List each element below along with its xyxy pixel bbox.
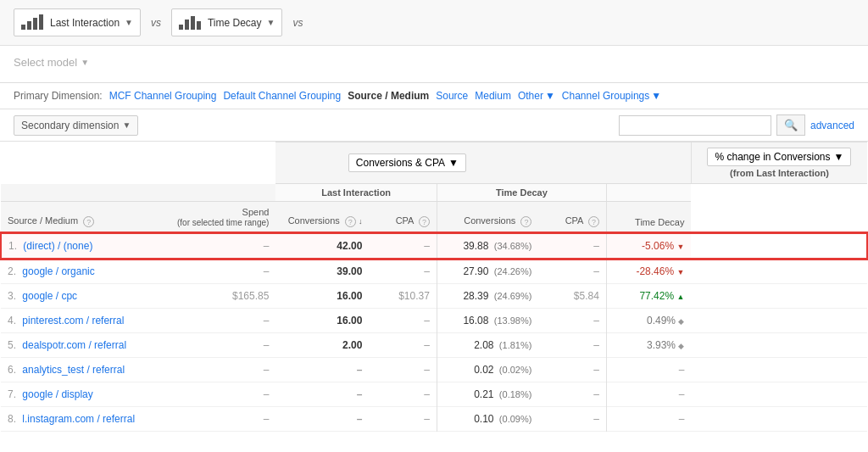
time-decay-group-header: Time Decay	[437, 184, 606, 202]
source-link[interactable]: Source	[436, 90, 468, 102]
spend-cell: –	[170, 309, 275, 333]
secondary-dimension-selector[interactable]: Secondary dimension ▼	[14, 115, 138, 136]
channel-groupings-dropdown[interactable]: Channel Groupings ▼	[562, 90, 661, 102]
row-rank: 1.	[8, 240, 17, 252]
li-cpa-cell: –	[369, 333, 437, 358]
li-cpa-cell: –	[369, 259, 437, 284]
medium-link[interactable]: Medium	[475, 90, 511, 102]
td-conversions-cell: 39.88 (34.68%)	[437, 233, 538, 259]
primary-dim-label: Primary Dimension:	[14, 90, 103, 102]
table-row: 8. l.instagram.com / referral – – – 0.10…	[1, 407, 867, 432]
row-rank: 7.	[8, 388, 16, 400]
model2-label: Time Decay	[208, 17, 262, 29]
search-input[interactable]	[619, 115, 771, 136]
search-area: 🔍 advanced	[619, 114, 854, 136]
td-conversions-cell: 0.10 (0.09%)	[437, 407, 538, 432]
svg-rect-6	[191, 16, 195, 30]
select-model-arrow: ▼	[81, 58, 89, 67]
group-header-row: Last Interaction Time Decay	[1, 184, 867, 202]
li-cpa-cell: –	[369, 309, 437, 333]
svg-rect-0	[21, 25, 25, 30]
model2-selector[interactable]: Time Decay ▼	[171, 8, 282, 36]
model1-icon	[21, 13, 45, 32]
timedecay-cell: 0.49% ◆	[606, 309, 691, 333]
other-dropdown[interactable]: Other ▼	[518, 90, 555, 102]
li-cpa-cell: –	[369, 358, 437, 382]
li-conversions-help-icon[interactable]: ?	[345, 216, 356, 227]
spend-cell: –	[170, 407, 275, 432]
td-pct: (0.02%)	[499, 365, 532, 375]
select-model-label: Select model	[14, 56, 77, 69]
model2-icon	[179, 13, 203, 32]
data-table-container: Conversions & CPA ▼ % change in Conversi…	[0, 142, 868, 432]
td-cpa-cell: $5.84	[538, 284, 606, 309]
li-cpa-cell: –	[369, 382, 437, 407]
row-rank: 8.	[8, 413, 16, 425]
td-cpa-cell: –	[538, 309, 606, 333]
li-conversions-cell: 16.00	[275, 284, 369, 309]
li-cpa-help-icon[interactable]: ?	[419, 216, 430, 227]
timedecay-cell: -5.06% ▼	[606, 233, 691, 259]
timedecay-cell: –	[606, 382, 691, 407]
li-cpa-cell: –	[369, 233, 437, 259]
td-pct: (34.68%)	[494, 241, 532, 251]
secondary-dim-label: Secondary dimension	[21, 120, 119, 131]
source-medium-cell: 4. pinterest.com / referral	[1, 309, 170, 333]
td-conversions-cell: 27.90 (24.26%)	[437, 259, 538, 284]
li-conversions-cell: 2.00	[275, 333, 369, 358]
data-table: Conversions & CPA ▼ % change in Conversi…	[0, 142, 868, 432]
spend-cell: –	[170, 333, 275, 358]
model1-dropdown-arrow: ▼	[125, 18, 133, 27]
mcf-channel-grouping-link[interactable]: MCF Channel Grouping	[109, 90, 217, 102]
table-row: 7. google / display – – – 0.21 (0.18%) –…	[1, 382, 867, 407]
pct-change-label: % change in Conversions	[715, 151, 830, 163]
column-headers-row: Source / Medium ? Spend (for selected ti…	[1, 202, 867, 234]
svg-rect-4	[179, 25, 183, 30]
td-conversions-help-icon[interactable]: ?	[520, 216, 531, 227]
from-label: (from Last Interaction)	[730, 168, 829, 178]
pct-change-button[interactable]: % change in Conversions ▼	[707, 148, 851, 166]
row-rank: 6.	[8, 364, 16, 376]
source-medium-cell: 2. google / organic	[1, 259, 170, 284]
li-conversions-cell: 16.00	[275, 309, 369, 333]
svg-rect-1	[27, 21, 31, 30]
source-medium-link[interactable]: google / cpc	[22, 290, 77, 302]
last-interaction-group-header: Last Interaction	[275, 184, 437, 202]
row-rank: 4.	[8, 315, 16, 326]
source-medium-cell: 7. google / display	[1, 382, 170, 407]
li-cpa-cell: –	[369, 407, 437, 432]
row-rank: 2.	[8, 265, 16, 277]
source-medium-help-icon[interactable]: ?	[83, 216, 94, 227]
li-conversions-sort[interactable]: ↓	[359, 217, 363, 226]
td-cpa-cell: –	[538, 358, 606, 382]
model2-dropdown-arrow: ▼	[267, 18, 275, 27]
timedecay-cell: –	[606, 358, 691, 382]
td-pct: (1.81%)	[499, 340, 532, 350]
source-medium-link[interactable]: (direct) / (none)	[23, 240, 92, 252]
svg-rect-7	[197, 21, 201, 30]
conversions-cpa-button[interactable]: Conversions & CPA ▼	[348, 153, 466, 172]
col-spend-sub: (for selected time range)	[177, 218, 269, 227]
conv-cpa-arrow: ▼	[448, 157, 459, 169]
search-button[interactable]: 🔍	[776, 114, 805, 136]
col-li-cpa: CPA ?	[369, 202, 437, 234]
advanced-link[interactable]: advanced	[810, 120, 854, 131]
source-medium-link[interactable]: pinterest.com / referral	[22, 315, 124, 326]
source-medium-link[interactable]: dealspotr.com / referral	[22, 339, 126, 351]
svg-rect-5	[185, 20, 189, 30]
default-channel-grouping-link[interactable]: Default Channel Grouping	[223, 90, 341, 102]
filter-bar: Secondary dimension ▼ 🔍 advanced	[0, 109, 868, 142]
td-cpa-help-icon[interactable]: ?	[588, 216, 599, 227]
source-medium-link[interactable]: analytics_test / referral	[22, 364, 125, 376]
td-cpa-cell: –	[538, 233, 606, 259]
row-rank: 3.	[8, 290, 16, 302]
select-model-dropdown[interactable]: Select model ▼	[14, 51, 854, 74]
source-medium-link[interactable]: l.instagram.com / referral	[22, 413, 135, 425]
timedecay-cell: -28.46% ▼	[606, 259, 691, 284]
timedecay-cell: 3.93% ◆	[606, 333, 691, 358]
spend-cell: –	[170, 259, 275, 284]
model1-selector[interactable]: Last Interaction ▼	[14, 8, 141, 36]
source-medium-link[interactable]: google / organic	[22, 265, 94, 277]
td-pct: (24.26%)	[494, 266, 532, 276]
source-medium-link[interactable]: google / display	[22, 388, 92, 400]
